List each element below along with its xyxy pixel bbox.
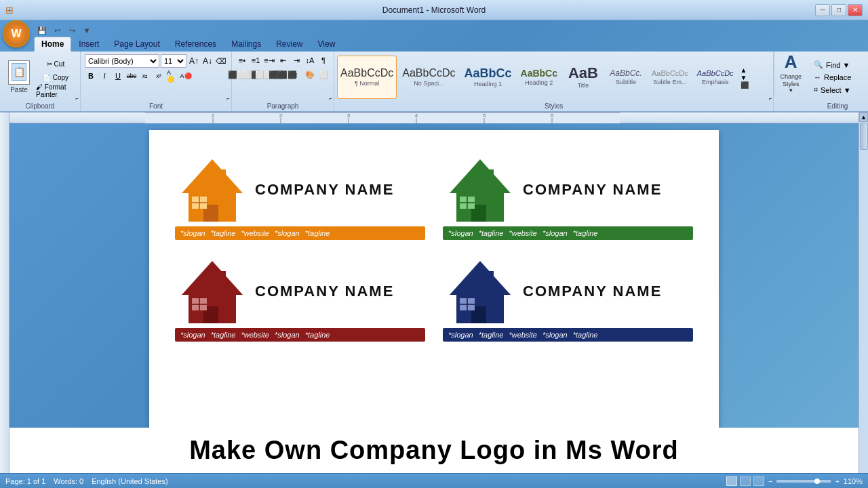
multilevel-button[interactable]: ≡⇥ — [263, 54, 275, 66]
svg-rect-34 — [219, 271, 226, 286]
maximize-button[interactable]: □ — [831, 4, 846, 16]
font-content: Calibri (Body) 11 A↑ A↓ ⌫ B I U abc x₂ x… — [85, 54, 227, 110]
tab-review[interactable]: Review — [269, 37, 310, 52]
justify-button[interactable]: ⬛⬛⬛ — [277, 68, 289, 81]
strikethrough-button[interactable]: abc — [125, 70, 138, 82]
font-expand[interactable]: ⌐ — [226, 96, 230, 102]
scrollbar-thumb[interactable] — [860, 123, 868, 150]
style-emph-label: Emphasis — [702, 79, 729, 85]
style-title[interactable]: AaB Title — [563, 56, 604, 99]
superscript-button[interactable]: x² — [153, 70, 165, 82]
decrease-indent-button[interactable]: ⇤ — [277, 54, 289, 66]
tab-mailings[interactable]: Mailings — [224, 37, 269, 52]
numbering-button[interactable]: ≡1 — [250, 54, 262, 66]
styles-row: AaBbCcDc ¶ Normal AaBbCcDc No Spaci... A… — [337, 54, 770, 110]
replace-button[interactable]: ↔ Replace — [811, 72, 864, 83]
shading-button[interactable]: 🎨 — [304, 68, 316, 81]
format-painter-button[interactable]: 🖌 Format Painter — [35, 85, 76, 97]
subscript-button[interactable]: x₂ — [139, 70, 151, 82]
clear-format-button[interactable]: ⌫ — [215, 55, 227, 67]
language: English (United States) — [92, 477, 168, 485]
scrollbar-vertical[interactable]: ▲ — [859, 113, 868, 473]
house-green-svg — [443, 156, 517, 224]
increase-indent-button[interactable]: ⇥ — [290, 54, 302, 66]
highlight-button[interactable]: A🟡 — [166, 70, 178, 82]
tab-view[interactable]: View — [311, 37, 343, 52]
logo-red-company-name: COMPANY NAME — [255, 283, 394, 300]
show-hide-button[interactable]: ¶ — [317, 54, 330, 66]
window-title: Document1 - Microsoft Word — [382, 5, 486, 15]
font-size-select[interactable]: 11 — [161, 54, 186, 68]
style-h2-label: Heading 2 — [525, 79, 553, 86]
office-button[interactable]: W — [3, 20, 30, 47]
font-name-select[interactable]: Calibri (Body) — [85, 54, 159, 68]
paste-icon: 📋 — [8, 60, 30, 85]
zoom-plus[interactable]: + — [835, 477, 839, 485]
style-heading2[interactable]: AaBbCc Heading 2 — [517, 56, 561, 99]
para-row1: ≡• ≡1 ≡⇥ ⇤ ⇥ ↕A ¶ — [236, 54, 330, 66]
style-subem-preview: AaBbCcDc — [652, 70, 688, 77]
ribbon: 📋 Paste ✂ Cut 📄 Copy 🖌 Format Painter Cl… — [0, 52, 868, 113]
style-subtle-em[interactable]: AaBbCcDc Subtle Em... — [648, 56, 692, 99]
styles-expand[interactable]: ⌐ — [769, 96, 772, 102]
style-no-spacing[interactable]: AaBbCcDc No Spaci... — [399, 56, 458, 99]
underline-button[interactable]: U — [112, 70, 124, 82]
minimize-button[interactable]: ─ — [815, 4, 830, 16]
zoom-minus[interactable]: − — [768, 477, 772, 485]
style-h1-label: Heading 1 — [474, 81, 502, 87]
logo-navy-company-name: COMPANY NAME — [523, 283, 662, 300]
title-bar-left: ⊞ — [5, 5, 14, 16]
line-spacing-button[interactable]: ↕ — [290, 68, 302, 81]
copy-button[interactable]: 📄 Copy — [35, 71, 76, 83]
house-red-svg — [175, 258, 250, 325]
logo-red: COMPANY NAME *slogan *tagline *website *… — [170, 252, 431, 347]
svg-rect-0 — [145, 113, 620, 123]
find-label: Find ▼ — [826, 61, 850, 69]
tab-page-layout[interactable]: Page Layout — [106, 37, 167, 52]
full-reading-btn[interactable] — [740, 476, 751, 486]
grow-font-button[interactable]: A↑ — [188, 55, 200, 67]
logo-orange-text: COMPANY NAME — [255, 181, 394, 199]
change-styles-button[interactable]: A ChangeStyles ▼ — [774, 52, 807, 95]
font-group: Calibri (Body) 11 A↑ A↓ ⌫ B I U abc x₂ x… — [81, 52, 232, 111]
select-button[interactable]: ⌗ Select ▼ — [811, 84, 864, 96]
bullets-button[interactable]: ≡• — [236, 54, 248, 66]
find-button[interactable]: 🔍 Find ▼ — [811, 59, 864, 70]
web-layout-btn[interactable] — [753, 476, 764, 486]
house-navy-svg — [443, 258, 517, 325]
scroll-up-arrow[interactable]: ▲ — [859, 113, 868, 122]
change-styles-label: ChangeStyles — [780, 73, 802, 88]
paragraph-expand[interactable]: ⌐ — [329, 96, 332, 102]
logo-green: COMPANY NAME *slogan *tagline *website *… — [437, 150, 698, 245]
style-h2-preview: AaBbCc — [521, 68, 557, 78]
style-subtitle[interactable]: AaBbCc. Subtitle — [606, 56, 646, 99]
print-view-btn[interactable] — [726, 476, 737, 486]
italic-button[interactable]: I — [98, 70, 111, 82]
title-bar-controls[interactable]: ─ □ ✕ — [815, 4, 863, 16]
cut-button[interactable]: ✂ Cut — [35, 58, 76, 70]
bold-button[interactable]: B — [85, 70, 97, 82]
clipboard-expand[interactable]: ⌐ — [75, 96, 79, 102]
svg-marker-35 — [450, 261, 511, 295]
styles-label: Styles — [334, 102, 773, 110]
tab-references[interactable]: References — [167, 37, 224, 52]
shrink-font-button[interactable]: A↓ — [201, 55, 214, 67]
editing-label: Editing — [807, 102, 868, 110]
styles-scroll[interactable]: ▲ ▼ ⬛ — [741, 66, 749, 89]
svg-text:2: 2 — [279, 113, 283, 119]
zoom-slider[interactable] — [776, 480, 831, 483]
style-emphasis[interactable]: AaBbCcDc Emphasis — [694, 56, 737, 99]
tab-insert[interactable]: Insert — [71, 37, 106, 52]
tab-home[interactable]: Home — [34, 37, 71, 52]
styles-scroll-down[interactable]: ▼ — [741, 74, 749, 81]
paste-button[interactable]: 📋 Paste — [4, 58, 34, 97]
style-normal[interactable]: AaBbCcDc ¶ Normal — [337, 56, 397, 99]
close-button[interactable]: ✕ — [848, 4, 863, 16]
styles-scroll-up[interactable]: ▲ — [741, 66, 749, 74]
borders-button[interactable]: ⬜ — [317, 68, 330, 81]
font-color-button[interactable]: A🔴 — [180, 70, 192, 82]
styles-scroll-more[interactable]: ⬛ — [741, 81, 749, 89]
style-heading1[interactable]: AaBbCc Heading 1 — [461, 56, 515, 99]
sort-button[interactable]: ↕A — [304, 54, 316, 66]
status-right: − + 110% — [726, 476, 863, 486]
